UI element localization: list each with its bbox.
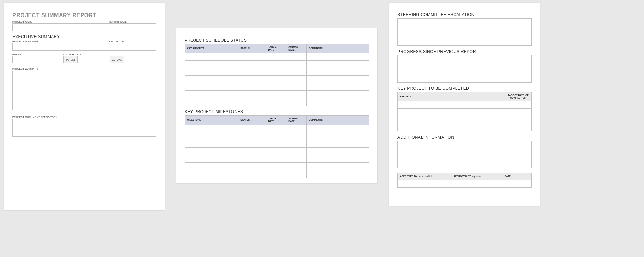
table-row[interactable] bbox=[185, 68, 369, 76]
key-project-title: KEY PROJECT TO BE COMPLETED bbox=[397, 86, 532, 91]
report-date-input[interactable] bbox=[109, 23, 156, 31]
table-row[interactable] bbox=[185, 147, 369, 155]
project-manager-label: PROJECT MANAGER bbox=[12, 40, 109, 43]
date-header: DATE bbox=[502, 173, 532, 180]
escalation-title: STEERING COMMITTEE ESCALATION bbox=[397, 12, 532, 17]
col-actual-date: ACTUAL DATE bbox=[286, 44, 307, 53]
schedule-status-table: KEY PROJECT STATUS TARGET DATE ACTUAL DA… bbox=[185, 44, 369, 106]
report-date-label: REPORT DATE bbox=[109, 21, 156, 23]
table-row[interactable] bbox=[398, 124, 532, 131]
milestones-table: MILESTONE STATUS TARGET DATE ACTUAL DATE… bbox=[185, 115, 369, 178]
target-label-cell: TARGET bbox=[63, 56, 78, 63]
progress-textarea[interactable] bbox=[397, 55, 532, 83]
col-comments: COMMENTS bbox=[307, 44, 369, 53]
page-escalation-progress: STEERING COMMITTEE ESCALATION PROGRESS S… bbox=[389, 3, 540, 206]
approval-table: APPROVED BY name and title APPROVED BY s… bbox=[397, 173, 532, 188]
col-comments: COMMENTS bbox=[307, 116, 369, 125]
approved-by-signature-header: APPROVED BY signature bbox=[451, 173, 502, 180]
col-project: PROJECT bbox=[398, 92, 505, 101]
project-no-label: PROJECT NO. bbox=[109, 40, 156, 43]
progress-title: PROGRESS SINCE PREVIOUS REPORT bbox=[397, 49, 532, 54]
table-row[interactable] bbox=[185, 61, 369, 68]
table-row[interactable] bbox=[185, 170, 369, 178]
page-schedule-milestones: PROJECT SCHEDULE STATUS KEY PROJECT STAT… bbox=[176, 28, 377, 183]
target-date-input[interactable] bbox=[78, 56, 110, 63]
table-row[interactable] bbox=[185, 140, 369, 147]
table-row[interactable] bbox=[185, 76, 369, 83]
table-row[interactable] bbox=[398, 116, 532, 124]
table-row[interactable] bbox=[185, 155, 369, 162]
page-project-summary: PROJECT SUMMARY REPORT PROJECT NAME REPO… bbox=[4, 3, 165, 210]
table-row[interactable] bbox=[185, 132, 369, 140]
table-row[interactable] bbox=[185, 53, 369, 61]
table-row[interactable] bbox=[185, 98, 369, 106]
table-row[interactable] bbox=[185, 91, 369, 98]
actual-label-cell: ACTUAL bbox=[110, 56, 124, 63]
table-row[interactable] bbox=[185, 125, 369, 132]
col-status: STATUS bbox=[238, 116, 266, 125]
repository-textarea[interactable] bbox=[12, 119, 156, 137]
project-name-label: PROJECT NAME bbox=[12, 21, 109, 23]
additional-info-textarea[interactable] bbox=[397, 141, 532, 168]
col-target-completion: TARGET DATE OF COMPLETION bbox=[505, 92, 532, 101]
col-milestone: MILESTONE bbox=[185, 116, 238, 125]
project-manager-input[interactable] bbox=[12, 43, 109, 51]
table-row[interactable] bbox=[398, 180, 532, 188]
table-row[interactable] bbox=[185, 162, 369, 170]
approved-by-name-header: APPROVED BY name and title bbox=[398, 173, 451, 180]
key-project-table: PROJECT TARGET DATE OF COMPLETION bbox=[397, 92, 532, 131]
col-target-date: TARGET DATE bbox=[266, 44, 286, 53]
actual-date-input[interactable] bbox=[124, 56, 156, 63]
launch-date-label: LAUNCH DATE bbox=[63, 53, 156, 56]
schedule-status-title: PROJECT SCHEDULE STATUS bbox=[185, 38, 369, 43]
document-title: PROJECT SUMMARY REPORT bbox=[12, 12, 156, 19]
col-target-date: TARGET DATE bbox=[266, 116, 286, 125]
project-summary-label: PROJECT SUMMARY bbox=[12, 68, 156, 70]
table-row[interactable] bbox=[185, 83, 369, 91]
table-row[interactable] bbox=[398, 101, 532, 109]
executive-summary-title: EXECUTIVE SUMMARY bbox=[12, 34, 156, 39]
phase-input[interactable] bbox=[12, 56, 63, 63]
project-no-input[interactable] bbox=[109, 43, 156, 51]
phase-label: PHASE bbox=[12, 53, 63, 56]
project-summary-textarea[interactable] bbox=[12, 71, 156, 110]
col-key-project: KEY PROJECT bbox=[185, 44, 238, 53]
repository-label: PROJECT DOCUMENT REPOSITORY bbox=[12, 116, 156, 118]
col-actual-date: ACTUAL DATE bbox=[286, 116, 307, 125]
col-status: STATUS bbox=[238, 44, 266, 53]
milestones-title: KEY PROJECT MILESTONES bbox=[185, 109, 369, 114]
escalation-textarea[interactable] bbox=[397, 18, 532, 46]
additional-info-title: ADDITIONAL INFORMATION bbox=[397, 135, 532, 140]
table-row[interactable] bbox=[398, 109, 532, 116]
project-name-input[interactable] bbox=[12, 23, 109, 31]
